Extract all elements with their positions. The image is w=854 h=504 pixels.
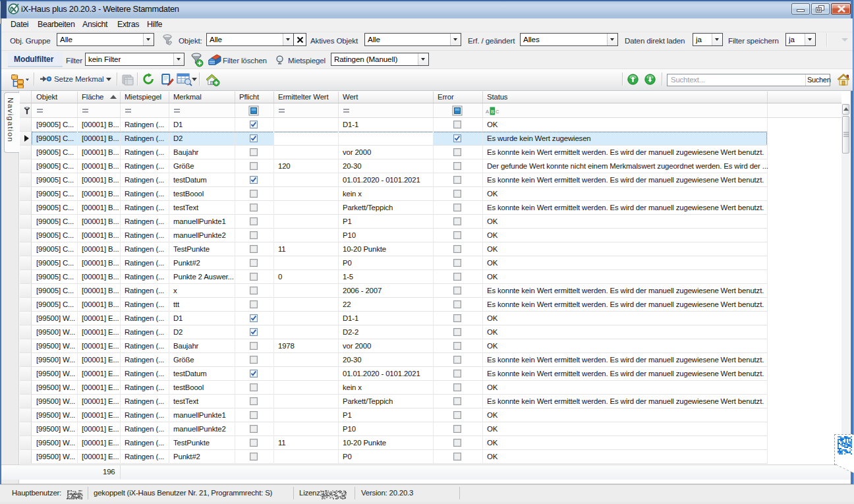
svg-text:B: B [491,109,494,115]
svg-text:C: C [496,109,499,115]
svg-text:A: A [486,109,489,115]
